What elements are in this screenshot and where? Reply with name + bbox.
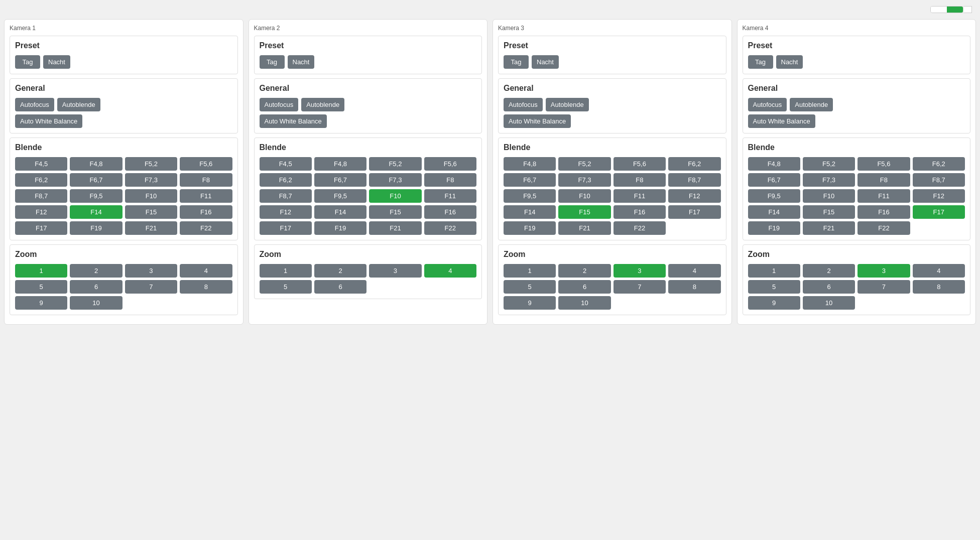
zoom-btn-9-1[interactable]: 9: [15, 296, 67, 310]
zoom-btn-2-2[interactable]: 2: [314, 264, 366, 278]
blende-btn-F15-3[interactable]: F15: [558, 205, 610, 219]
blende-btn-F8,7-4[interactable]: F8,7: [913, 173, 965, 187]
blende-btn-F16-1[interactable]: F16: [180, 205, 232, 219]
blende-btn-F22-3[interactable]: F22: [614, 221, 666, 235]
blende-btn-F21-2[interactable]: F21: [369, 221, 421, 235]
blende-btn-F9,5-1[interactable]: F9,5: [70, 189, 122, 203]
preset-btn-nacht-3[interactable]: Nacht: [532, 55, 559, 69]
blende-btn-F10-3[interactable]: F10: [558, 189, 610, 203]
zoom-btn-2-3[interactable]: 2: [558, 264, 610, 278]
blende-btn-F14-1[interactable]: F14: [70, 205, 122, 219]
blende-btn-F17-2[interactable]: F17: [260, 221, 312, 235]
blende-btn-F7,3-4[interactable]: F7,3: [803, 173, 855, 187]
zoom-btn-3-4[interactable]: 3: [858, 264, 910, 278]
blende-btn-F15-1[interactable]: F15: [125, 205, 177, 219]
zoom-btn-7-3[interactable]: 7: [614, 280, 666, 294]
blende-btn-F11-3[interactable]: F11: [614, 189, 666, 203]
blende-btn-F8,7-3[interactable]: F8,7: [668, 173, 720, 187]
zoom-btn-5-4[interactable]: 5: [748, 280, 800, 294]
zoom-btn-6-3[interactable]: 6: [558, 280, 610, 294]
zoom-btn-9-3[interactable]: 9: [504, 296, 556, 310]
blende-btn-F4,8-2[interactable]: F4,8: [314, 157, 366, 171]
zoom-btn-5-3[interactable]: 5: [504, 280, 556, 294]
general-btn-1-2[interactable]: Autoblende: [301, 98, 344, 111]
general-btn-2-4[interactable]: Auto White Balance: [748, 114, 815, 128]
advanced-button[interactable]: [947, 7, 963, 13]
preset-btn-nacht-1[interactable]: Nacht: [43, 55, 70, 69]
blende-btn-F19-1[interactable]: F19: [70, 221, 122, 235]
blende-btn-F19-3[interactable]: F19: [504, 221, 556, 235]
general-btn-2-1[interactable]: Auto White Balance: [15, 114, 82, 128]
blende-btn-F9,5-3[interactable]: F9,5: [504, 189, 556, 203]
blende-btn-F12-2[interactable]: F12: [260, 205, 312, 219]
blende-btn-F17-4[interactable]: F17: [913, 205, 965, 219]
zoom-btn-8-1[interactable]: 8: [180, 280, 232, 294]
general-btn-1-3[interactable]: Autoblende: [546, 98, 589, 111]
blende-btn-F15-4[interactable]: F15: [803, 205, 855, 219]
zoom-btn-8-4[interactable]: 8: [913, 280, 965, 294]
general-btn-0-3[interactable]: Autofocus: [504, 98, 543, 111]
blende-btn-F16-3[interactable]: F16: [614, 205, 666, 219]
blende-btn-F12-3[interactable]: F12: [668, 189, 720, 203]
preset-btn-tag-2[interactable]: Tag: [260, 55, 285, 69]
zoom-btn-6-1[interactable]: 6: [70, 280, 122, 294]
blende-btn-F10-4[interactable]: F10: [803, 189, 855, 203]
blende-btn-F17-3[interactable]: F17: [668, 205, 720, 219]
zoom-btn-9-4[interactable]: 9: [748, 296, 800, 310]
blende-btn-F4,5-1[interactable]: F4,5: [15, 157, 67, 171]
blende-btn-F14-4[interactable]: F14: [748, 205, 800, 219]
basic-button[interactable]: [931, 7, 947, 13]
zoom-btn-8-3[interactable]: 8: [668, 280, 720, 294]
zoom-btn-3-2[interactable]: 3: [369, 264, 421, 278]
blende-btn-F8-1[interactable]: F8: [180, 173, 232, 187]
zoom-btn-2-1[interactable]: 2: [70, 264, 122, 278]
blende-btn-F8,7-2[interactable]: F8,7: [260, 189, 312, 203]
zoom-btn-5-1[interactable]: 5: [15, 280, 67, 294]
blende-btn-F8-3[interactable]: F8: [614, 173, 666, 187]
blende-btn-F4,8-3[interactable]: F4,8: [504, 157, 556, 171]
blende-btn-F4,8-4[interactable]: F4,8: [748, 157, 800, 171]
blende-btn-F11-2[interactable]: F11: [424, 189, 476, 203]
blende-btn-F6,7-1[interactable]: F6,7: [70, 173, 122, 187]
general-btn-2-3[interactable]: Auto White Balance: [504, 114, 571, 128]
blende-btn-F21-4[interactable]: F21: [803, 221, 855, 235]
blende-btn-F6,2-4[interactable]: F6,2: [913, 157, 965, 171]
blende-btn-F6,7-3[interactable]: F6,7: [504, 173, 556, 187]
blende-btn-F22-4[interactable]: F22: [858, 221, 910, 235]
blende-btn-F12-4[interactable]: F12: [913, 189, 965, 203]
zoom-btn-4-2[interactable]: 4: [424, 264, 476, 278]
zoom-btn-1-1[interactable]: 1: [15, 264, 67, 278]
blende-btn-F8-2[interactable]: F8: [424, 173, 476, 187]
blende-btn-F22-1[interactable]: F22: [180, 221, 232, 235]
preset-btn-tag-3[interactable]: Tag: [504, 55, 529, 69]
blende-btn-F21-1[interactable]: F21: [125, 221, 177, 235]
blende-btn-F5,6-1[interactable]: F5,6: [180, 157, 232, 171]
blende-btn-F5,2-3[interactable]: F5,2: [558, 157, 610, 171]
preset-btn-tag-4[interactable]: Tag: [748, 55, 773, 69]
blende-btn-F7,3-3[interactable]: F7,3: [558, 173, 610, 187]
blende-btn-F7,3-1[interactable]: F7,3: [125, 173, 177, 187]
zoom-btn-2-4[interactable]: 2: [803, 264, 855, 278]
zoom-btn-6-4[interactable]: 6: [803, 280, 855, 294]
zoom-btn-10-4[interactable]: 10: [803, 296, 855, 310]
general-btn-1-1[interactable]: Autoblende: [57, 98, 100, 111]
zoom-btn-6-2[interactable]: 6: [314, 280, 366, 294]
blende-btn-F9,5-4[interactable]: F9,5: [748, 189, 800, 203]
blende-btn-F6,2-3[interactable]: F6,2: [668, 157, 720, 171]
preset-btn-nacht-4[interactable]: Nacht: [776, 55, 803, 69]
blende-btn-F19-4[interactable]: F19: [748, 221, 800, 235]
blende-btn-F9,5-2[interactable]: F9,5: [314, 189, 366, 203]
blende-btn-F6,2-1[interactable]: F6,2: [15, 173, 67, 187]
blende-btn-F21-3[interactable]: F21: [558, 221, 610, 235]
blende-btn-F5,2-4[interactable]: F5,2: [803, 157, 855, 171]
zoom-btn-4-4[interactable]: 4: [913, 264, 965, 278]
blende-btn-F12-1[interactable]: F12: [15, 205, 67, 219]
zoom-btn-1-3[interactable]: 1: [504, 264, 556, 278]
blende-btn-F5,6-3[interactable]: F5,6: [614, 157, 666, 171]
dropdown-arrow-button[interactable]: [963, 6, 972, 13]
zoom-btn-5-2[interactable]: 5: [260, 280, 312, 294]
zoom-btn-1-4[interactable]: 1: [748, 264, 800, 278]
blende-btn-F10-1[interactable]: F10: [125, 189, 177, 203]
blende-btn-F16-4[interactable]: F16: [858, 205, 910, 219]
blende-btn-F7,3-2[interactable]: F7,3: [369, 173, 421, 187]
